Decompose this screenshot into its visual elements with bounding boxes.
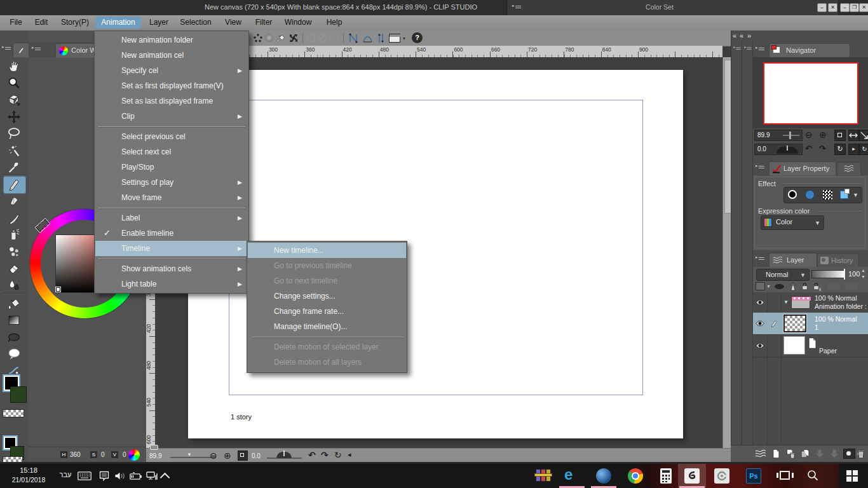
history-tab[interactable]: History — [817, 254, 859, 268]
strip-panel-menu-icon-2[interactable] — [744, 46, 751, 51]
pen-tool[interactable] — [6, 177, 22, 192]
menu-item-select-next-cel[interactable]: Select next cel — [95, 144, 248, 159]
reference-layer-icon[interactable] — [775, 284, 784, 289]
collapse-right-icon[interactable]: « — [733, 32, 736, 39]
layer-panel-menu-icon[interactable] — [756, 256, 764, 262]
sv-cursor[interactable] — [56, 287, 60, 292]
rotate-ccw-icon[interactable]: ↶ — [308, 451, 316, 459]
blend-mode-dropdown[interactable]: Normal ▼ — [756, 269, 810, 281]
cmd-ruler-line-icon[interactable] — [348, 32, 359, 44]
doc-rotate-handle[interactable] — [283, 451, 285, 456]
nav-rotate-right-icon[interactable]: ↻ — [859, 144, 868, 155]
nav-actual-size-icon[interactable] — [834, 130, 846, 141]
menu-item-enable-timeline[interactable]: ✓Enable timeline — [95, 226, 248, 241]
clock-date[interactable]: 21/01/2018 — [6, 476, 51, 484]
navigator-panel-menu-icon[interactable] — [756, 46, 764, 53]
color-set-floating-panel-titlebar[interactable]: Color Set – ✕ — [506, 0, 837, 15]
cmd-help-icon[interactable]: ? — [412, 32, 423, 43]
menu-item-settings-of-play[interactable]: Settings of play▶ — [95, 175, 248, 190]
expression-color-dropdown[interactable]: Color ▼ — [761, 215, 824, 230]
effect-dropdown-icon[interactable]: ▼ — [853, 192, 858, 198]
taskbar-photoshop[interactable]: Ps — [740, 464, 768, 488]
cmd-transform-icon[interactable] — [288, 33, 299, 43]
panel-list-icon[interactable] — [754, 449, 767, 458]
menu-item-light-table[interactable]: Light table▶ — [95, 276, 248, 292]
touch-keyboard-icon[interactable] — [78, 471, 92, 480]
menu-item-timeline[interactable]: Timeline▶ — [95, 241, 248, 256]
nav-rotate-cw-icon[interactable]: ↷ — [819, 144, 826, 152]
mask-area-arrow-icon[interactable]: ▼ — [766, 284, 771, 288]
navigator-zoom-handle[interactable] — [789, 132, 791, 139]
layer-thumbnail[interactable] — [783, 315, 806, 332]
title-bar[interactable]: New canvas (720 x 540px With blank space… — [0, 0, 868, 15]
layer-property-tab[interactable]: Layer Property — [769, 161, 836, 176]
cmd-paint-icon[interactable] — [276, 33, 286, 43]
vertical-scrollbar[interactable] — [722, 57, 731, 448]
network-icon[interactable] — [146, 471, 158, 480]
menu-item-select-previous-cel[interactable]: Select previous cel — [95, 129, 248, 144]
layer-property-panel-menu-icon[interactable] — [756, 165, 764, 171]
blend-tool[interactable] — [6, 278, 22, 293]
menu-item-set-last-displayed-frame[interactable]: Set as last displayed frame — [95, 93, 248, 109]
taskbar-clip-studio[interactable] — [708, 464, 736, 488]
color-set-minimize-button[interactable]: – — [817, 3, 827, 12]
color-wheel-panel-menu-icon[interactable] — [32, 46, 41, 53]
menu-item-show-animation-cels[interactable]: Show animation cels▶ — [95, 261, 248, 276]
menu-item-new-animation-folder[interactable]: New animation folder — [95, 32, 248, 48]
notification-icon[interactable] — [99, 471, 109, 481]
figure-tool[interactable] — [6, 329, 22, 344]
layer-tab[interactable]: Layer — [769, 253, 817, 268]
zoom-tool[interactable] — [6, 76, 22, 91]
nav-zoom-out-icon[interactable]: ⊖ — [805, 130, 813, 139]
window-minimize-button[interactable]: – — [840, 3, 850, 12]
layer-row-animation-folder[interactable]: ▼ 100 % Normal Animation folder : 1 — [753, 292, 868, 313]
window-close-button[interactable]: ✕ — [859, 3, 868, 12]
menu-item-set-first-displayed-frame[interactable]: Set as first displayed frame(V) — [95, 78, 248, 93]
collapse-right-icon-2[interactable]: « — [740, 32, 743, 39]
visibility-eye-icon[interactable] — [755, 318, 765, 329]
nav-rotate-left-icon[interactable]: ▸ — [848, 144, 859, 155]
opacity-spin-up-icon[interactable]: ▲ — [861, 268, 865, 273]
pencil-tool[interactable] — [6, 193, 22, 208]
delete-layer-icon[interactable] — [855, 448, 867, 459]
layer-row-paper[interactable]: Paper — [753, 334, 868, 358]
gradient-tool[interactable] — [6, 313, 22, 328]
nav-rotate-ccw-icon[interactable]: ↶ — [805, 144, 812, 152]
mask-area-icon[interactable] — [756, 282, 765, 290]
taskbar-chrome[interactable] — [621, 464, 649, 488]
selection-tool[interactable] — [6, 126, 22, 141]
zoom-in-icon[interactable]: ⊕ — [224, 451, 231, 460]
cmd-layer-target-icon[interactable] — [389, 34, 400, 43]
start-button[interactable] — [837, 464, 868, 488]
eyedropper-tool[interactable] — [6, 159, 22, 175]
color-mixer-ball-icon[interactable]: ▸ — [128, 449, 140, 461]
navigator-rotate-handle[interactable] — [787, 146, 788, 151]
decoration-tool[interactable] — [6, 244, 22, 259]
expand-right-icon[interactable]: » — [747, 32, 751, 39]
effect-halftone-icon[interactable] — [823, 190, 832, 200]
taskbar-winrar[interactable] — [529, 464, 557, 488]
menu-edit[interactable]: Edit — [31, 17, 52, 29]
paper-thumbnail[interactable] — [783, 336, 805, 355]
opacity-slider-handle[interactable] — [844, 269, 845, 280]
folder-expand-icon[interactable]: ▼ — [783, 300, 789, 305]
strip-panel-menu-icon[interactable] — [733, 46, 740, 51]
battery-icon[interactable] — [130, 472, 142, 480]
effect-tone-circle-icon[interactable] — [805, 190, 815, 200]
layer-row-cel-1-selected[interactable]: 100 % Normal 1 — [753, 313, 868, 335]
taskbar-calculator[interactable] — [652, 464, 680, 488]
opacity-slider[interactable] — [811, 270, 844, 278]
taskbar-task-view[interactable] — [771, 464, 799, 488]
background-color-swatch[interactable] — [10, 386, 27, 403]
reset-rotation-icon[interactable]: ↻ — [334, 451, 342, 459]
menu-item-play-stop[interactable]: Play/Stop — [95, 159, 248, 175]
balloon-tool[interactable] — [6, 346, 22, 362]
navigator-view-frame[interactable] — [763, 62, 858, 125]
taskbar-clip-studio-paint-active[interactable] — [678, 464, 706, 488]
nav-flip-reset-icon[interactable] — [859, 130, 868, 141]
cmd-layer-dropdown-icon[interactable]: ▾ — [403, 36, 405, 41]
menu-item-specify-cel[interactable]: Specify cel▶ — [95, 63, 248, 78]
tray-overflow-chevron-icon[interactable] — [160, 473, 170, 483]
taskbar-edge[interactable]: e — [558, 464, 586, 488]
new-layer-delete-icon[interactable] — [785, 448, 796, 459]
